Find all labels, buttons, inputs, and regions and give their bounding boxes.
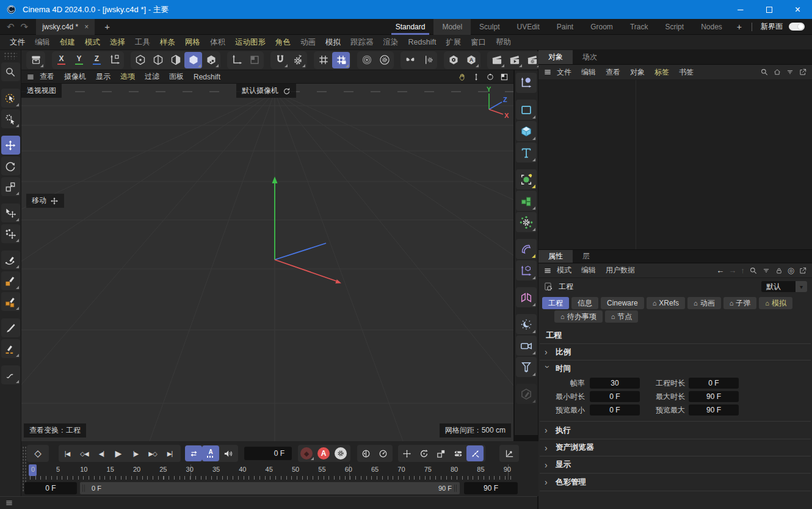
layout-tab-track[interactable]: Track xyxy=(622,19,657,35)
viewport-menu-options[interactable]: 选项 xyxy=(115,71,140,82)
cube-object-button[interactable] xyxy=(516,121,537,141)
forward-arrow-icon[interactable]: → xyxy=(728,266,736,275)
lock-x-axis-button[interactable]: X xyxy=(53,52,70,68)
falloff-settings-button[interactable] xyxy=(375,52,393,68)
volume-builder-button[interactable] xyxy=(516,191,537,211)
add-layout-button[interactable]: + xyxy=(731,22,748,32)
line-cut-button[interactable] xyxy=(1,339,20,358)
document-tab[interactable]: jwsky.c4d * × xyxy=(36,19,95,35)
sketch-pen-button[interactable] xyxy=(1,271,20,290)
section-display[interactable]: ›显示 xyxy=(538,456,812,473)
text-object-button[interactable] xyxy=(516,142,537,163)
fps-field[interactable]: 30 xyxy=(590,378,640,389)
render-picture-viewer-button[interactable] xyxy=(506,52,523,68)
spline-smooth-button[interactable] xyxy=(1,365,20,384)
playback-a-button[interactable]: A xyxy=(202,445,219,461)
menu-tracker[interactable]: 跟踪器 xyxy=(346,37,379,48)
axis-handle-button[interactable] xyxy=(516,73,537,93)
preview-min-field[interactable]: 0 F xyxy=(590,405,640,416)
om-menu-bookmarks[interactable]: 书签 xyxy=(674,67,698,78)
range-left-grip[interactable] xyxy=(82,485,85,492)
viewport-menu-display[interactable]: 显示 xyxy=(91,71,115,82)
external-window-icon[interactable] xyxy=(799,68,807,76)
maximize-button[interactable] xyxy=(755,0,783,19)
object-list[interactable] xyxy=(538,80,812,250)
symmetry-object-button[interactable] xyxy=(516,287,537,307)
bend-deformer-button[interactable] xyxy=(516,239,537,259)
close-button[interactable]: × xyxy=(783,0,812,19)
menu-mode[interactable]: 模式 xyxy=(80,37,105,48)
external-window-icon[interactable] xyxy=(799,266,807,275)
up-arrow-icon[interactable]: ↑ xyxy=(741,266,745,275)
layout-tab-script[interactable]: Script xyxy=(656,19,692,35)
tab-takes[interactable]: 场次 xyxy=(573,50,607,64)
timeline-ruler[interactable]: 0510 152025 303540 455055 606570 758085 … xyxy=(21,464,538,480)
record-keyframe-button[interactable]: ◆ xyxy=(298,445,315,461)
tweak-tool-button[interactable] xyxy=(1,109,20,128)
menu-mograph[interactable]: 运动图形 xyxy=(230,37,270,48)
layout-tab-sculpt[interactable]: Sculpt xyxy=(471,19,508,35)
solo-mode-button[interactable] xyxy=(444,52,462,68)
viewport-canvas[interactable]: 透视视图 默认摄像机 移动 Y Z X 查看变换：工程 网格间距：500 cm xyxy=(21,84,513,441)
section-execution[interactable]: ›执行 xyxy=(538,422,812,439)
menu-simulate[interactable]: 模拟 xyxy=(321,37,346,48)
scale-tool-button[interactable] xyxy=(1,177,20,196)
layout-tab-model[interactable]: Model xyxy=(433,19,471,35)
close-document-icon[interactable]: × xyxy=(84,23,89,31)
tab-layers[interactable]: 层 xyxy=(573,250,600,263)
effector-button[interactable] xyxy=(516,212,537,232)
keyframe-selection-button[interactable] xyxy=(357,445,374,461)
tab-attributes[interactable]: 属性 xyxy=(538,250,573,263)
menu-extensions[interactable]: 扩展 xyxy=(441,37,466,48)
stage-object-button[interactable] xyxy=(516,357,537,377)
range-slider[interactable]: 0 F 90 F xyxy=(80,482,460,494)
section-color-management[interactable]: ›色彩管理 xyxy=(538,474,812,491)
range-max-field[interactable]: 90 F xyxy=(464,482,518,494)
record-pla-button[interactable] xyxy=(466,445,484,461)
om-menu-objects[interactable]: 对象 xyxy=(625,67,650,78)
snap-toggle-button[interactable] xyxy=(271,52,289,68)
quantize-toggle-button[interactable] xyxy=(332,52,350,68)
archive-box-button[interactable] xyxy=(27,52,45,68)
next-key-button[interactable]: ▶◇ xyxy=(144,445,161,461)
camera-selector[interactable]: 默认摄像机 xyxy=(236,84,296,98)
pan-hand-icon[interactable] xyxy=(458,73,466,81)
tab-button-nodes[interactable]: ⌂节点 xyxy=(605,310,639,323)
max-time-field[interactable]: 90 F xyxy=(689,391,739,402)
menu-help[interactable]: 帮助 xyxy=(491,37,516,48)
project-time-field[interactable]: 0 F xyxy=(689,378,739,389)
redo-icon[interactable]: ↷ xyxy=(18,21,32,32)
menu-file[interactable]: 文件 xyxy=(5,37,30,48)
record-rotation-button[interactable] xyxy=(415,445,432,461)
lock-y-axis-button[interactable]: Y xyxy=(70,52,88,68)
timeline-graph-button[interactable] xyxy=(500,445,518,461)
snap-settings-button[interactable] xyxy=(289,52,306,68)
menu-window[interactable]: 窗口 xyxy=(466,37,491,48)
menu-redshift[interactable]: Redshift xyxy=(404,38,441,46)
previous-key-button[interactable]: ◇◀ xyxy=(76,445,93,461)
tab-button-project[interactable]: 工程 xyxy=(542,297,569,309)
layout-tab-paint[interactable]: Paint xyxy=(548,19,582,35)
min-time-field[interactable]: 0 F xyxy=(590,391,640,402)
zoom-pan-icon[interactable] xyxy=(472,73,480,81)
tab-objects[interactable]: 对象 xyxy=(538,50,573,64)
menu-select[interactable]: 选择 xyxy=(105,37,130,48)
live-selection-button[interactable] xyxy=(1,89,20,108)
current-frame-field[interactable]: 0 F xyxy=(244,447,292,460)
toolbar-grip[interactable] xyxy=(4,52,17,59)
home-icon[interactable] xyxy=(773,68,781,76)
viewport-menu-redshift[interactable]: Redshift xyxy=(189,73,225,81)
spline-pen-button[interactable] xyxy=(1,251,20,269)
minimize-button[interactable]: ─ xyxy=(726,0,755,19)
search-icon[interactable] xyxy=(760,68,769,76)
filter-icon[interactable] xyxy=(786,68,794,76)
preview-max-field[interactable]: 90 F xyxy=(689,405,739,416)
am-menu-edit[interactable]: 编辑 xyxy=(576,265,601,276)
orbit-icon[interactable] xyxy=(486,73,495,81)
viewport-menu-panel[interactable]: 面板 xyxy=(164,71,189,82)
record-position-button[interactable] xyxy=(398,445,415,461)
filter-icon[interactable] xyxy=(762,266,770,275)
tab-button-simulation[interactable]: ⌂模拟 xyxy=(759,297,792,309)
am-menu-mode[interactable]: 模式 xyxy=(552,265,576,276)
rectangle-spline-button[interactable] xyxy=(516,100,537,120)
